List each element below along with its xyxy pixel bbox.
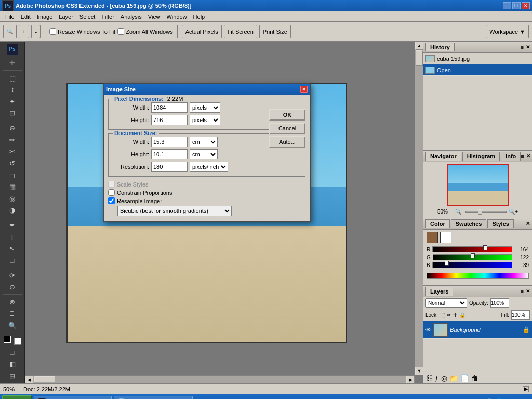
menu-layer[interactable]: Layer <box>56 13 76 20</box>
dodge-tool[interactable]: ◑ <box>7 205 18 216</box>
canvas-area[interactable]: Image Size ✕ Pixel Dimensions: 2.22M Wid… <box>25 42 423 383</box>
zoom-slider[interactable] <box>465 211 507 213</box>
taskbar-photoshop[interactable]: Ps Adobe Photoshop CS... <box>34 396 112 399</box>
doc-height-unit-select[interactable]: cm inches pixels <box>190 149 218 159</box>
close-button[interactable]: ✕ <box>522 2 530 9</box>
ok-button[interactable]: OK <box>269 109 305 121</box>
doc-width-input[interactable] <box>151 137 188 147</box>
lasso-tool[interactable]: ⌇ <box>7 84 18 96</box>
menu-window[interactable]: Window <box>163 13 190 20</box>
scroll-down-arrow[interactable]: ▼ <box>415 367 423 375</box>
dialog-close-button[interactable]: ✕ <box>300 86 308 93</box>
healing-brush-tool[interactable]: ⊕ <box>7 123 18 134</box>
crop-tool[interactable]: ⊡ <box>7 108 18 119</box>
zoom-slider-thumb[interactable] <box>478 209 482 215</box>
taskbar-document[interactable]: 📄 Document1 - Microsof... <box>114 396 193 399</box>
history-panel-close[interactable]: ✕ <box>526 44 530 50</box>
foreground-color[interactable] <box>4 336 11 343</box>
shape-tool[interactable]: □ <box>7 255 18 267</box>
menu-analysis[interactable]: Analysis <box>117 13 145 20</box>
menu-edit[interactable]: Edit <box>18 13 34 20</box>
styles-tab[interactable]: Styles <box>487 219 513 228</box>
fit-screen-button[interactable]: Fit Screen <box>224 25 257 38</box>
eyedropper-tool[interactable]: ⊗ <box>7 296 18 308</box>
status-arrow-btn[interactable]: ▶ <box>523 386 529 392</box>
pixel-width-input[interactable] <box>151 102 188 113</box>
brush-tool[interactable]: ✏ <box>7 134 18 145</box>
standard-mode[interactable]: □ <box>7 347 18 358</box>
history-item-open[interactable]: Open <box>423 64 532 76</box>
cancel-button[interactable]: Cancel <box>269 123 305 134</box>
lock-move-icon[interactable]: ✛ <box>453 312 457 318</box>
zoom-out-button[interactable]: - <box>31 25 41 38</box>
layers-panel-close[interactable]: ✕ <box>526 288 530 295</box>
b-slider-thumb[interactable] <box>445 261 449 266</box>
zoom-all-windows-checkbox[interactable] <box>117 28 124 35</box>
text-tool[interactable]: T <box>7 231 18 243</box>
menu-filter[interactable]: Filter <box>98 13 117 20</box>
color-spectrum-bar[interactable] <box>427 273 529 279</box>
new-group-icon[interactable]: 📁 <box>449 374 458 382</box>
foreground-swatch[interactable] <box>427 232 438 243</box>
info-tab[interactable]: Info <box>501 152 521 161</box>
layer-visibility-icon[interactable]: 👁 <box>425 327 431 333</box>
resize-windows-checkbox[interactable] <box>49 28 56 35</box>
menu-select[interactable]: Select <box>76 13 99 20</box>
navigator-panel-menu-icon[interactable]: ≡ <box>521 153 524 159</box>
auto-button[interactable]: Auto... <box>269 136 305 148</box>
menu-view[interactable]: View <box>145 13 164 20</box>
screen-mode[interactable]: ⊞ <box>7 370 18 382</box>
resample-image-row[interactable]: Resample Image: <box>108 197 305 204</box>
workspace-button[interactable]: Workspace ▼ <box>486 25 529 38</box>
resample-image-checkbox[interactable] <box>108 197 115 204</box>
r-slider-thumb[interactable] <box>483 245 487 250</box>
eraser-tool[interactable]: ◻ <box>7 169 18 181</box>
opacity-input[interactable] <box>490 298 509 308</box>
history-brush-tool[interactable]: ↺ <box>7 158 18 169</box>
b-slider-track[interactable] <box>432 262 512 268</box>
zoom-tool[interactable]: 🔍 <box>7 320 18 331</box>
doc-height-input[interactable] <box>151 149 188 159</box>
history-panel-menu-icon[interactable]: ≡ <box>521 44 524 50</box>
link-layers-icon[interactable]: ⛓ <box>425 374 433 382</box>
color-panel-close[interactable]: ✕ <box>526 221 530 227</box>
history-tab[interactable]: History <box>425 43 455 51</box>
new-layer-icon[interactable]: 📄 <box>460 374 469 382</box>
background-swatch[interactable] <box>440 232 451 243</box>
pixel-width-unit-select[interactable]: pixels percent <box>190 102 220 113</box>
add-style-icon[interactable]: ƒ <box>435 374 439 382</box>
blur-tool[interactable]: ◎ <box>7 193 18 204</box>
blend-mode-select[interactable]: Normal <box>425 298 467 308</box>
layers-panel-menu-icon[interactable]: ≡ <box>521 288 524 295</box>
restore-button[interactable]: ❒ <box>512 2 521 9</box>
gradient-tool[interactable]: ▦ <box>7 181 18 193</box>
swatches-tab[interactable]: Swatches <box>451 219 487 228</box>
actual-pixels-button[interactable]: Actual Pixels <box>182 25 222 38</box>
layer-background-row[interactable]: 👁 Background 🔒 <box>423 321 532 339</box>
zoom-out-nav-icon[interactable]: 🔍- <box>455 209 463 215</box>
vertical-scrollbar[interactable]: ▲ ▼ <box>415 42 423 375</box>
menu-help[interactable]: Help <box>190 13 208 20</box>
window-controls[interactable]: ─ ❒ ✕ <box>503 2 530 9</box>
constrain-proportions-row[interactable]: Constrain Proportions <box>108 189 305 196</box>
zoom-in-nav-icon[interactable]: 🔍+ <box>509 209 518 215</box>
lock-transparency-icon[interactable]: ⬚ <box>440 312 445 318</box>
pen-tool[interactable]: ✒ <box>7 220 18 231</box>
resolution-input[interactable] <box>151 162 188 172</box>
move-tool[interactable]: ✛ <box>7 58 18 69</box>
3d-rotate-tool[interactable]: ⟳ <box>7 270 18 281</box>
scroll-right-arrow[interactable]: ▶ <box>406 376 415 383</box>
layers-tab[interactable]: Layers <box>425 287 453 296</box>
g-slider-thumb[interactable] <box>471 253 475 258</box>
clone-stamp-tool[interactable]: ✂ <box>7 146 18 157</box>
fill-input[interactable] <box>511 310 530 320</box>
navigator-tab[interactable]: Navigator <box>425 152 461 161</box>
histogram-tab[interactable]: Histogram <box>462 152 500 161</box>
pixel-height-input[interactable] <box>151 115 188 125</box>
3d-orbit-tool[interactable]: ⊙ <box>7 282 18 293</box>
g-slider-track[interactable] <box>433 254 512 260</box>
minimize-button[interactable]: ─ <box>503 2 511 9</box>
horizontal-scrollbar[interactable]: ◀ ▶ <box>25 375 415 383</box>
pixel-height-unit-select[interactable]: pixels percent <box>190 115 220 125</box>
quick-select-tool[interactable]: ✦ <box>7 96 18 107</box>
